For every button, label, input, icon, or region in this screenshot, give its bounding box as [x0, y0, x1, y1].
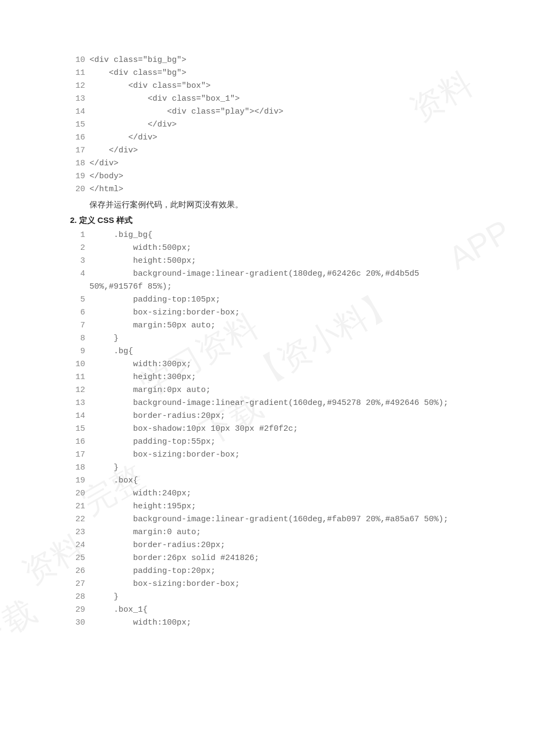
line-number: 28: [70, 591, 85, 604]
code-line: 12 margin:0px auto;: [70, 384, 465, 397]
code-line: 10<div class="big_bg">: [70, 54, 465, 67]
code-line: 1 .big_bg{: [70, 229, 465, 242]
line-number: 26: [70, 565, 85, 578]
code-text: </div>: [89, 146, 138, 155]
code-line: 13 background-image:linear-gradient(160d…: [70, 397, 465, 410]
code-line: 7 margin:50px auto;: [70, 319, 465, 332]
code-line: 26 padding-top:20px;: [70, 565, 465, 578]
line-number: 21: [70, 500, 85, 513]
code-text: padding-top:20px;: [89, 566, 216, 576]
code-line: 17 box-sizing:border-box;: [70, 449, 465, 461]
line-number: 6: [70, 306, 85, 319]
code-text: </div>: [89, 120, 177, 129]
code-text: margin:0 auto;: [89, 528, 201, 537]
code-text: .box_1{: [89, 605, 148, 614]
line-number: 1: [70, 229, 85, 242]
code-line: 21 height:195px;: [70, 500, 465, 513]
line-number: 22: [70, 513, 85, 526]
code-line: 3 height:500px;: [70, 255, 465, 268]
code-line: 27 box-sizing:border-box;: [70, 578, 465, 591]
code-line: 18 }: [70, 461, 465, 474]
code-text: background-image:linear-gradient(160deg,…: [89, 398, 448, 408]
code-text: <div class="bg">: [89, 68, 186, 78]
code-line: 20 width:240px;: [70, 487, 465, 500]
line-number: 13: [70, 93, 85, 106]
code-line: 15 box-shadow:10px 10px 30px #2f0f2c;: [70, 423, 465, 436]
code-text: box-sizing:border-box;: [89, 579, 240, 589]
line-number: 18: [70, 157, 85, 170]
line-number: 4: [70, 268, 85, 281]
code-line: 25 border:26px solid #241826;: [70, 552, 465, 565]
code-line: 30 width:100px;: [70, 617, 465, 629]
code-text: border-radius:20px;: [89, 411, 225, 421]
code-text: </div>: [89, 159, 119, 168]
line-number: 12: [70, 80, 85, 93]
code-text: height:500px;: [89, 256, 196, 265]
code-text: border:26px solid #241826;: [89, 554, 259, 563]
line-number: 18: [70, 461, 85, 474]
code-line: 13 <div class="box_1">: [70, 93, 465, 106]
code-text: <div class="box_1">: [89, 94, 240, 103]
code-line: 11 <div class="bg">: [70, 67, 465, 80]
code-line: 5 padding-top:105px;: [70, 293, 465, 306]
line-number: 11: [70, 371, 85, 384]
code-line: 50%,#91576f 85%);: [70, 281, 465, 293]
line-number: 29: [70, 604, 85, 617]
document-content: 10<div class="big_bg">11 <div class="bg"…: [70, 54, 465, 629]
code-line: 23 margin:0 auto;: [70, 526, 465, 539]
code-text: width:300px;: [89, 360, 191, 369]
code-text: </html>: [89, 185, 123, 194]
code-line: 24 border-radius:20px;: [70, 539, 465, 552]
code-text: <div class="box">: [89, 81, 211, 90]
code-line: 4 background-image:linear-gradient(180de…: [70, 268, 465, 281]
line-number: 13: [70, 397, 85, 410]
css-section-heading: 2. 定义 CSS 样式: [70, 215, 465, 226]
line-number: 5: [70, 293, 85, 306]
line-number: 23: [70, 526, 85, 539]
code-text: </body>: [89, 172, 123, 181]
line-number: 11: [70, 67, 85, 80]
line-number: 30: [70, 617, 85, 629]
code-line: 8 }: [70, 332, 465, 345]
code-line: 14 <div class="play"></div>: [70, 106, 465, 118]
code-text: <div class="play"></div>: [89, 107, 283, 116]
line-number: 16: [70, 436, 85, 449]
paragraph-after-html: 保存并运行案例代码，此时网页没有效果。: [89, 198, 465, 211]
code-line: 2 width:500px;: [70, 242, 465, 255]
code-text: .box{: [89, 476, 138, 485]
watermark-text: 下载: [0, 590, 44, 660]
code-text: height:195px;: [89, 502, 196, 511]
line-number: 15: [70, 423, 85, 436]
code-line: 11 height:300px;: [70, 371, 465, 384]
code-text: </div>: [89, 133, 157, 142]
html-code-block: 10<div class="big_bg">11 <div class="bg"…: [70, 54, 465, 196]
line-number: 8: [70, 332, 85, 345]
code-text: box-sizing:border-box;: [89, 308, 240, 317]
line-number: 25: [70, 552, 85, 565]
code-line: 18</div>: [70, 157, 465, 170]
line-number: 9: [70, 345, 85, 358]
code-line: 17 </div>: [70, 144, 465, 157]
code-text: padding-top:105px;: [89, 295, 220, 304]
line-number: 17: [70, 449, 85, 461]
line-number: 10: [70, 54, 85, 67]
line-number: 24: [70, 539, 85, 552]
code-text: }: [89, 334, 119, 343]
code-line: 6 box-sizing:border-box;: [70, 306, 465, 319]
code-line: 15 </div>: [70, 118, 465, 131]
code-line: 19 .box{: [70, 474, 465, 487]
code-text: .bg{: [89, 347, 133, 356]
code-line: 29 .box_1{: [70, 604, 465, 617]
code-text: box-sizing:border-box;: [89, 450, 240, 459]
line-number: 27: [70, 578, 85, 591]
line-number: 14: [70, 106, 85, 118]
line-number: 7: [70, 319, 85, 332]
code-text: background-image:linear-gradient(160deg,…: [89, 515, 448, 524]
line-number: 3: [70, 255, 85, 268]
line-number: 10: [70, 358, 85, 371]
code-text: }: [89, 592, 119, 601]
line-number: 12: [70, 384, 85, 397]
line-number: 14: [70, 410, 85, 423]
code-text: height:300px;: [89, 373, 196, 382]
code-text: }: [89, 463, 119, 472]
